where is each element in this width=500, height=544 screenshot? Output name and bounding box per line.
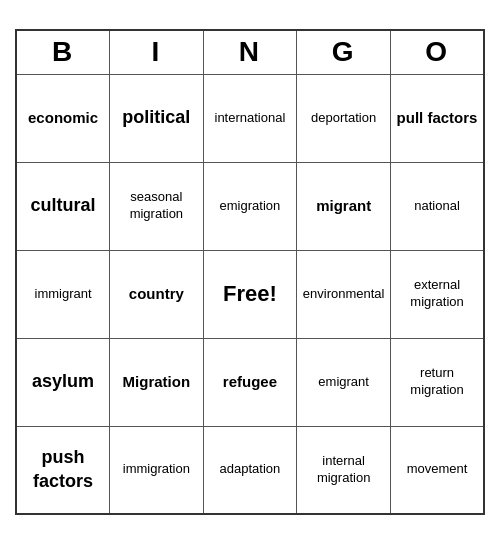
cell[interactable]: push factors: [16, 426, 110, 514]
cell[interactable]: emigration: [203, 162, 297, 250]
header-n: N: [203, 30, 297, 74]
cell[interactable]: seasonal migration: [110, 162, 204, 250]
cell[interactable]: international: [203, 74, 297, 162]
cell[interactable]: emigrant: [297, 338, 391, 426]
cell[interactable]: external migration: [391, 250, 484, 338]
cell[interactable]: deportation: [297, 74, 391, 162]
table-row: economicpoliticalinternationaldeportatio…: [16, 74, 484, 162]
table-row: push factorsimmigrationadaptationinterna…: [16, 426, 484, 514]
header-i: I: [110, 30, 204, 74]
cell[interactable]: pull factors: [391, 74, 484, 162]
cell[interactable]: Migration: [110, 338, 204, 426]
bingo-body: economicpoliticalinternationaldeportatio…: [16, 74, 484, 514]
cell[interactable]: country: [110, 250, 204, 338]
header-o: O: [391, 30, 484, 74]
cell[interactable]: political: [110, 74, 204, 162]
bingo-card: B I N G O economicpoliticalinternational…: [15, 29, 485, 515]
cell[interactable]: adaptation: [203, 426, 297, 514]
cell[interactable]: refugee: [203, 338, 297, 426]
header-b: B: [16, 30, 110, 74]
cell[interactable]: migrant: [297, 162, 391, 250]
cell[interactable]: Free!: [203, 250, 297, 338]
header-g: G: [297, 30, 391, 74]
table-row: immigrantcountryFree!environmentalextern…: [16, 250, 484, 338]
cell[interactable]: immigrant: [16, 250, 110, 338]
table-row: culturalseasonal migrationemigrationmigr…: [16, 162, 484, 250]
cell[interactable]: environmental: [297, 250, 391, 338]
cell[interactable]: internal migration: [297, 426, 391, 514]
cell[interactable]: national: [391, 162, 484, 250]
cell[interactable]: movement: [391, 426, 484, 514]
cell[interactable]: immigration: [110, 426, 204, 514]
cell[interactable]: economic: [16, 74, 110, 162]
cell[interactable]: cultural: [16, 162, 110, 250]
cell[interactable]: asylum: [16, 338, 110, 426]
cell[interactable]: return migration: [391, 338, 484, 426]
header-row: B I N G O: [16, 30, 484, 74]
table-row: asylumMigrationrefugeeemigrantreturn mig…: [16, 338, 484, 426]
